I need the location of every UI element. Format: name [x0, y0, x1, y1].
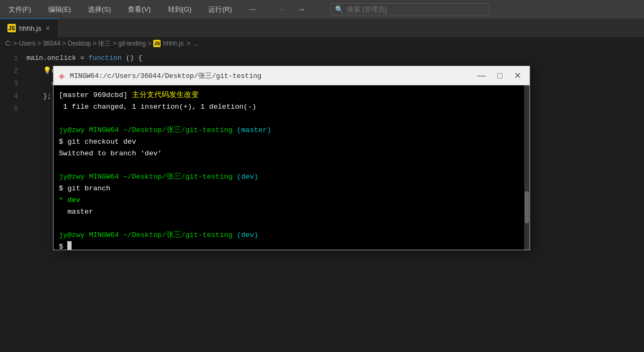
terminal-line-cursor: $ [59, 241, 524, 250]
menu-run[interactable]: 运行(R) [205, 3, 235, 16]
menu-goto[interactable]: 转到(G) [165, 3, 195, 16]
terminal-line-master: master [59, 206, 524, 218]
nav-back-button[interactable]: ← [275, 4, 290, 15]
tab-label: hhhh.js [19, 24, 41, 32]
terminal-line-1: [master 969dcbd] 主分支代码发生改变 [59, 90, 524, 101]
terminal-controls: — □ ✕ [474, 69, 524, 82]
terminal-logo-icon: ◈ [59, 70, 65, 82]
menu-more[interactable]: ··· [245, 3, 259, 16]
terminal-window: ◈ MINGW64:/c/Users/36044/Desktop/张三/git-… [53, 66, 530, 250]
line-number-4: 4 [0, 90, 27, 103]
nav-arrows: ← → [275, 4, 309, 15]
breadcrumb-sep: > [187, 40, 190, 47]
tab-close-button[interactable]: × [45, 23, 51, 33]
terminal-scrollbar[interactable] [524, 85, 530, 250]
tab-bar: JS hhhh.js × [0, 19, 644, 37]
line-number-2: 2 [0, 65, 27, 77]
terminal-close-button[interactable]: ✕ [511, 69, 524, 82]
terminal-line-prompt-2: jy@zwy MINGW64 ~/Desktop/张三/git-testing … [59, 171, 524, 183]
menu-file[interactable]: 文件(F) [5, 3, 34, 16]
breadcrumb-path: C: > Users > 36044 > Desktop > 张三 > git-… [5, 39, 151, 48]
terminal-line-prompt-1: jy@zwy MINGW64 ~/Desktop/张三/git-testing … [59, 125, 524, 136]
terminal-line-cmd-1: $ git checkout dev [59, 136, 524, 148]
code-line-1: 1 main.onclick = function () { [0, 52, 644, 65]
terminal-line-dev: * dev [59, 195, 524, 206]
terminal-line-cmd-2: $ git branch [59, 183, 524, 195]
terminal-scroll-thumb[interactable] [525, 191, 529, 223]
js-icon: JS [7, 24, 16, 32]
menu-view[interactable]: 查看(V) [125, 3, 154, 16]
terminal-line-blank-2 [59, 160, 524, 171]
terminal-title: MINGW64:/c/Users/36044/Desktop/张三/git-te… [70, 71, 469, 81]
terminal-line-prompt-3: jy@zwy MINGW64 ~/Desktop/张三/git-testing … [59, 230, 524, 241]
breadcrumb-ellipsis: ... [193, 40, 199, 47]
line-number-5: 5 [0, 103, 27, 116]
menu-edit[interactable]: 编辑(E) [45, 3, 74, 16]
terminal-body-container: [master 969dcbd] 主分支代码发生改变 1 file change… [54, 85, 530, 250]
breadcrumb: C: > Users > 36044 > Desktop > 张三 > git-… [0, 37, 644, 50]
breadcrumb-js-icon: JS [153, 40, 161, 47]
title-bar: 文件(F) 编辑(E) 选择(S) 查看(V) 转到(G) 运行(R) ··· … [0, 0, 644, 19]
line-number-1: 1 [0, 52, 27, 65]
terminal-maximize-button[interactable]: □ [494, 70, 506, 82]
breadcrumb-file: hhhh.js [163, 40, 183, 47]
search-bar[interactable]: 🔍 [330, 3, 489, 15]
menu-select[interactable]: 选择(S) [85, 3, 114, 16]
terminal-body[interactable]: [master 969dcbd] 主分支代码发生改变 1 file change… [54, 85, 530, 250]
search-icon: 🔍 [335, 5, 343, 13]
terminal-line-2: 1 file changed, 1 insertion(+), 1 deleti… [59, 101, 524, 113]
terminal-minimize-button[interactable]: — [474, 70, 489, 82]
code-editor[interactable]: 1 main.onclick = function () { 2 💡consol… [0, 50, 644, 352]
terminal-line-blank-3 [59, 218, 524, 230]
terminal-titlebar: ◈ MINGW64:/c/Users/36044/Desktop/张三/git-… [54, 66, 530, 85]
code-content-1: main.onclick = function () { [27, 52, 644, 65]
terminal-line-out-1: Switched to branch 'dev' [59, 148, 524, 160]
search-input[interactable] [347, 5, 481, 13]
line-number-3: 3 [0, 77, 27, 90]
tab-hhhh-js[interactable]: JS hhhh.js × [0, 19, 59, 37]
nav-forward-button[interactable]: → [294, 4, 309, 15]
terminal-line-blank-1 [59, 113, 524, 125]
